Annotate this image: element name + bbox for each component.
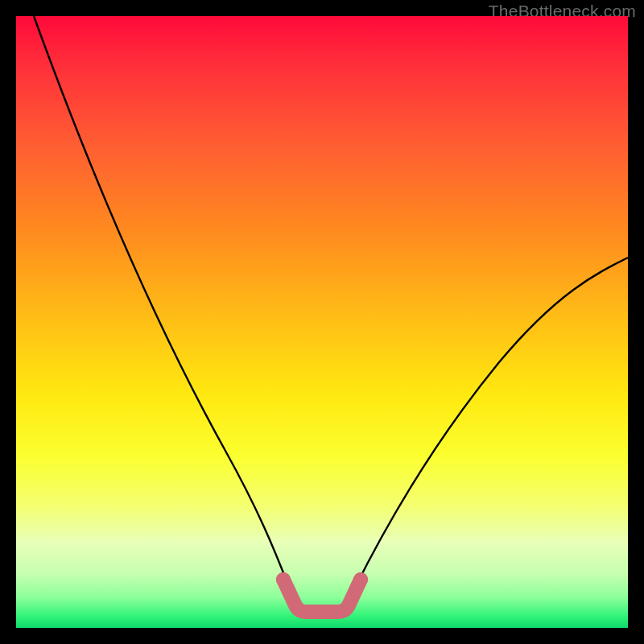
valley-marker-left bbox=[276, 572, 291, 587]
chart-frame: TheBottleneck.com bbox=[0, 0, 644, 644]
curve-layer bbox=[16, 16, 628, 628]
plot-area bbox=[16, 16, 628, 628]
valley-marker-right bbox=[353, 572, 368, 587]
curve-right-branch bbox=[354, 258, 628, 589]
valley-highlight-path bbox=[283, 580, 361, 612]
curve-left-branch bbox=[34, 16, 290, 589]
